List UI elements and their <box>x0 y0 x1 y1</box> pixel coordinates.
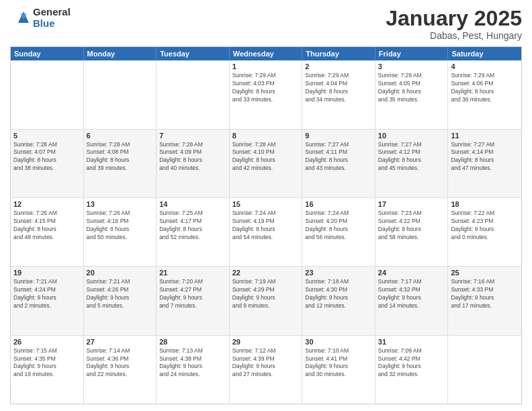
day-num-2-3: 15 <box>232 200 300 208</box>
cell-text-1-3: Sunrise: 7:28 AM Sunset: 4:10 PM Dayligh… <box>232 141 300 173</box>
cal-cell-3-0: 19Sunrise: 7:21 AM Sunset: 4:24 PM Dayli… <box>11 267 84 334</box>
cal-cell-2-4: 16Sunrise: 7:24 AM Sunset: 4:20 PM Dayli… <box>302 198 375 266</box>
day-num-1-6: 11 <box>451 132 519 140</box>
header-wednesday: Wednesday <box>230 47 303 60</box>
day-num-3-3: 22 <box>232 269 300 277</box>
cal-cell-2-1: 13Sunrise: 7:26 AM Sunset: 4:16 PM Dayli… <box>84 198 157 266</box>
calendar-title: January 2025 <box>386 7 522 30</box>
day-num-2-0: 12 <box>13 200 81 208</box>
cal-cell-2-6: 18Sunrise: 7:22 AM Sunset: 4:23 PM Dayli… <box>448 198 521 266</box>
cal-row-3: 19Sunrise: 7:21 AM Sunset: 4:24 PM Dayli… <box>11 267 521 335</box>
cell-text-0-5: Sunrise: 7:29 AM Sunset: 4:05 PM Dayligh… <box>378 72 445 104</box>
day-num-2-4: 16 <box>305 200 372 208</box>
cell-text-3-1: Sunrise: 7:21 AM Sunset: 4:26 PM Dayligh… <box>87 278 154 310</box>
day-num-4-4: 30 <box>305 338 372 346</box>
page: General Blue January 2025 Dabas, Pest, H… <box>0 0 532 411</box>
cell-text-3-4: Sunrise: 7:18 AM Sunset: 4:30 PM Dayligh… <box>305 278 372 310</box>
day-num-4-0: 26 <box>13 338 81 346</box>
cal-cell-0-3: 1Sunrise: 7:29 AM Sunset: 4:03 PM Daylig… <box>230 60 303 128</box>
day-num-2-1: 13 <box>87 200 154 208</box>
logo-blue-label: Blue <box>33 18 71 30</box>
calendar-header: Sunday Monday Tuesday Wednesday Thursday… <box>11 47 521 60</box>
cal-cell-0-6: 4Sunrise: 7:29 AM Sunset: 4:06 PM Daylig… <box>448 60 521 128</box>
header-saturday: Saturday <box>448 47 521 60</box>
day-num-3-5: 24 <box>378 269 445 277</box>
day-num-1-3: 8 <box>232 132 300 140</box>
day-num-2-6: 18 <box>451 200 519 208</box>
cal-cell-0-1 <box>84 60 157 128</box>
cal-cell-1-5: 10Sunrise: 7:27 AM Sunset: 4:12 PM Dayli… <box>375 130 449 197</box>
header-friday: Friday <box>375 47 449 60</box>
day-num-0-3: 1 <box>232 62 300 71</box>
cell-text-1-2: Sunrise: 7:28 AM Sunset: 4:09 PM Dayligh… <box>159 141 226 173</box>
cell-text-4-4: Sunrise: 7:10 AM Sunset: 4:41 PM Dayligh… <box>305 347 372 379</box>
day-num-3-2: 21 <box>159 269 226 277</box>
day-num-0-5: 3 <box>378 62 445 71</box>
cal-cell-2-2: 14Sunrise: 7:25 AM Sunset: 4:17 PM Dayli… <box>157 198 230 266</box>
cal-cell-4-2: 28Sunrise: 7:13 AM Sunset: 4:38 PM Dayli… <box>157 336 230 404</box>
cal-cell-4-4: 30Sunrise: 7:10 AM Sunset: 4:41 PM Dayli… <box>302 336 375 404</box>
cell-text-1-0: Sunrise: 7:28 AM Sunset: 4:07 PM Dayligh… <box>13 141 81 173</box>
day-num-4-3: 29 <box>232 338 300 346</box>
cal-cell-4-5: 31Sunrise: 7:09 AM Sunset: 4:42 PM Dayli… <box>375 336 449 404</box>
logo-icon <box>10 8 30 28</box>
cal-cell-0-4: 2Sunrise: 7:29 AM Sunset: 4:04 PM Daylig… <box>302 60 375 128</box>
cell-text-1-4: Sunrise: 7:27 AM Sunset: 4:11 PM Dayligh… <box>305 141 372 173</box>
cell-text-3-3: Sunrise: 7:19 AM Sunset: 4:29 PM Dayligh… <box>232 278 300 310</box>
day-num-1-1: 6 <box>87 132 154 140</box>
title-block: January 2025 Dabas, Pest, Hungary <box>386 7 522 41</box>
cell-text-1-1: Sunrise: 7:28 AM Sunset: 4:08 PM Dayligh… <box>87 141 154 173</box>
cell-text-1-6: Sunrise: 7:27 AM Sunset: 4:14 PM Dayligh… <box>451 141 519 173</box>
cal-cell-3-4: 23Sunrise: 7:18 AM Sunset: 4:30 PM Dayli… <box>302 267 375 334</box>
day-num-3-4: 23 <box>305 269 372 277</box>
cell-text-2-4: Sunrise: 7:24 AM Sunset: 4:20 PM Dayligh… <box>305 210 372 242</box>
calendar-subtitle: Dabas, Pest, Hungary <box>386 30 522 41</box>
day-num-2-2: 14 <box>159 200 226 208</box>
calendar-body: 1Sunrise: 7:29 AM Sunset: 4:03 PM Daylig… <box>11 60 521 404</box>
day-num-1-0: 5 <box>13 132 81 140</box>
cell-text-4-2: Sunrise: 7:13 AM Sunset: 4:38 PM Dayligh… <box>159 347 226 379</box>
cal-cell-3-2: 21Sunrise: 7:20 AM Sunset: 4:27 PM Dayli… <box>157 267 230 334</box>
calendar: Sunday Monday Tuesday Wednesday Thursday… <box>10 46 522 404</box>
day-num-0-6: 4 <box>451 62 519 71</box>
cell-text-0-3: Sunrise: 7:29 AM Sunset: 4:03 PM Dayligh… <box>232 72 300 104</box>
cell-text-3-6: Sunrise: 7:16 AM Sunset: 4:33 PM Dayligh… <box>451 278 519 310</box>
cell-text-3-2: Sunrise: 7:20 AM Sunset: 4:27 PM Dayligh… <box>159 278 226 310</box>
day-num-1-5: 10 <box>378 132 445 140</box>
cal-cell-2-5: 17Sunrise: 7:23 AM Sunset: 4:22 PM Dayli… <box>375 198 449 266</box>
cell-text-0-6: Sunrise: 7:29 AM Sunset: 4:06 PM Dayligh… <box>451 72 519 104</box>
header: General Blue January 2025 Dabas, Pest, H… <box>10 7 522 41</box>
cell-text-2-6: Sunrise: 7:22 AM Sunset: 4:23 PM Dayligh… <box>451 210 519 242</box>
cal-cell-3-1: 20Sunrise: 7:21 AM Sunset: 4:26 PM Dayli… <box>84 267 157 334</box>
cell-text-2-1: Sunrise: 7:26 AM Sunset: 4:16 PM Dayligh… <box>87 210 154 242</box>
cell-text-0-4: Sunrise: 7:29 AM Sunset: 4:04 PM Dayligh… <box>305 72 372 104</box>
cal-cell-4-3: 29Sunrise: 7:12 AM Sunset: 4:39 PM Dayli… <box>230 336 303 404</box>
cal-cell-1-6: 11Sunrise: 7:27 AM Sunset: 4:14 PM Dayli… <box>448 130 521 197</box>
header-thursday: Thursday <box>302 47 375 60</box>
cell-text-3-0: Sunrise: 7:21 AM Sunset: 4:24 PM Dayligh… <box>13 278 81 310</box>
logo: General Blue <box>10 7 71 29</box>
cal-row-0: 1Sunrise: 7:29 AM Sunset: 4:03 PM Daylig… <box>11 60 521 129</box>
header-sunday: Sunday <box>11 47 84 60</box>
cell-text-4-1: Sunrise: 7:14 AM Sunset: 4:36 PM Dayligh… <box>87 347 154 379</box>
cell-text-2-0: Sunrise: 7:26 AM Sunset: 4:15 PM Dayligh… <box>13 210 81 242</box>
cal-row-2: 12Sunrise: 7:26 AM Sunset: 4:15 PM Dayli… <box>11 198 521 267</box>
header-tuesday: Tuesday <box>157 47 230 60</box>
cal-cell-4-6 <box>448 336 521 404</box>
cell-text-1-5: Sunrise: 7:27 AM Sunset: 4:12 PM Dayligh… <box>378 141 445 173</box>
cell-text-3-5: Sunrise: 7:17 AM Sunset: 4:32 PM Dayligh… <box>378 278 445 310</box>
cal-cell-4-0: 26Sunrise: 7:15 AM Sunset: 4:35 PM Dayli… <box>11 336 84 404</box>
cell-text-2-5: Sunrise: 7:23 AM Sunset: 4:22 PM Dayligh… <box>378 210 445 242</box>
logo-text: General Blue <box>33 7 71 29</box>
cal-cell-1-1: 6Sunrise: 7:28 AM Sunset: 4:08 PM Daylig… <box>84 130 157 197</box>
day-num-1-4: 9 <box>305 132 372 140</box>
day-num-3-0: 19 <box>13 269 81 277</box>
cal-row-4: 26Sunrise: 7:15 AM Sunset: 4:35 PM Dayli… <box>11 336 521 404</box>
cal-cell-2-3: 15Sunrise: 7:24 AM Sunset: 4:19 PM Dayli… <box>230 198 303 266</box>
cal-cell-1-2: 7Sunrise: 7:28 AM Sunset: 4:09 PM Daylig… <box>157 130 230 197</box>
cal-cell-3-5: 24Sunrise: 7:17 AM Sunset: 4:32 PM Dayli… <box>375 267 449 334</box>
cal-cell-0-0 <box>11 60 84 128</box>
day-num-4-1: 27 <box>87 338 154 346</box>
day-num-0-4: 2 <box>305 62 372 71</box>
day-num-2-5: 17 <box>378 200 445 208</box>
